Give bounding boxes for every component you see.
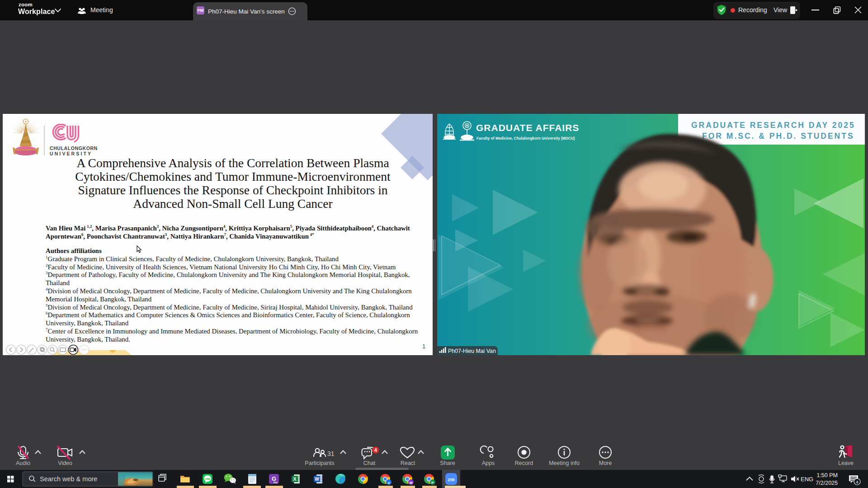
svg-text:ENG: ENG <box>801 476 813 483</box>
svg-text:Search web & more: Search web & more <box>40 475 97 483</box>
svg-text:M: M <box>410 481 413 485</box>
svg-text:P: P <box>431 481 434 485</box>
svg-text:4: 4 <box>374 447 377 453</box>
svg-text:7/2/2025: 7/2/2025 <box>816 480 838 486</box>
svg-text:1:50 PM: 1:50 PM <box>816 472 838 479</box>
svg-text:Share: Share <box>440 460 455 466</box>
svg-text:Faculty of Medicine, Chulalong: Faculty of Medicine, Chulalongkorn Unive… <box>476 136 575 141</box>
svg-text:PDF: PDF <box>274 481 278 484</box>
svg-text:Leave: Leave <box>838 460 854 466</box>
svg-text:GRADUATE AFFAIRS: GRADUATE AFFAIRS <box>476 122 579 133</box>
svg-text:Record: Record <box>515 460 533 466</box>
svg-text:31: 31 <box>327 450 335 457</box>
svg-text:LINE: LINE <box>204 478 211 480</box>
svg-text:Audio: Audio <box>16 460 30 466</box>
svg-text:React: React <box>401 460 415 466</box>
svg-text:Participants: Participants <box>305 460 334 466</box>
svg-text:More: More <box>599 460 612 466</box>
svg-text:Chat: Chat <box>363 460 376 466</box>
svg-text:Meeting info: Meeting info <box>549 460 580 466</box>
svg-text:4: 4 <box>856 479 858 484</box>
svg-text:FOR M.SC. & PH.D. STUDENTS: FOR M.SC. & PH.D. STUDENTS <box>702 131 854 141</box>
svg-text:Apps: Apps <box>482 460 495 466</box>
svg-text:X: X <box>293 476 297 482</box>
svg-text:o: o <box>388 481 390 485</box>
svg-text:zm: zm <box>448 477 455 482</box>
svg-text:W: W <box>315 477 319 482</box>
svg-text:GRADUATE RESEARCH DAY 2025: GRADUATE RESEARCH DAY 2025 <box>691 121 855 130</box>
svg-text:Video: Video <box>58 460 72 466</box>
svg-text:Ph07-Hieu Mai Van: Ph07-Hieu Mai Van <box>448 348 496 354</box>
